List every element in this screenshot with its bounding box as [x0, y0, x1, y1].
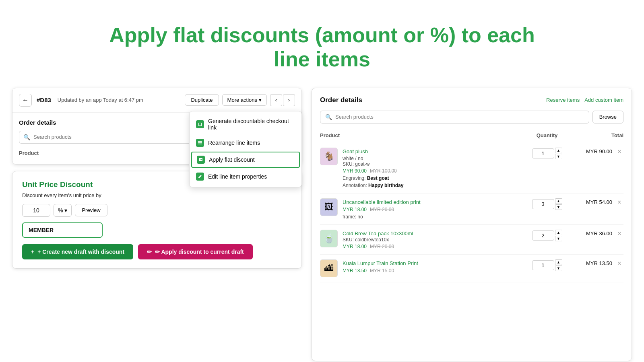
browse-button[interactable]: Browse	[592, 111, 623, 123]
qty-up-button[interactable]: ▲	[555, 259, 562, 265]
nav-prev-button[interactable]: ‹	[270, 94, 282, 106]
total-price: MYR 90.00	[586, 148, 612, 154]
product-details: Goat plush white / no SKU: goat-w MYR 90…	[343, 148, 519, 188]
right-header-actions: Reserve items Add custom item	[546, 97, 623, 103]
product-annotation-1: Engraving: Best goat	[343, 175, 519, 181]
discount-amount-input[interactable]	[22, 204, 50, 217]
discount-code-wrapper	[22, 222, 292, 244]
qty-input[interactable]	[532, 199, 554, 209]
right-search-input[interactable]	[335, 114, 584, 120]
nav-buttons: ‹ ›	[270, 94, 295, 106]
product-name-link[interactable]: Cold Brew Tea pack 10x300ml	[343, 230, 413, 237]
menu-item-apply-flat[interactable]: Apply flat discount	[191, 152, 300, 168]
page-title: Apply flat discounts (amount or %) to ea…	[40, 11, 604, 80]
svg-rect-1	[198, 142, 202, 143]
product-info: 🍵 Cold Brew Tea pack 10x300ml SKU: coldb…	[320, 230, 519, 249]
qty-arrows: ▲ ▼	[555, 230, 562, 241]
nav-next-button[interactable]: ›	[283, 94, 295, 106]
apply-flat-icon	[197, 156, 205, 164]
reserve-items-link[interactable]: Reserve items	[546, 97, 580, 103]
product-thumb: 🏙	[320, 259, 338, 277]
edit-props-icon	[196, 173, 204, 181]
table-header: Product Quantity Total	[320, 130, 623, 141]
duplicate-button[interactable]: Duplicate	[185, 94, 219, 106]
qty-down-button[interactable]: ▼	[555, 265, 562, 271]
generate-icon	[196, 120, 204, 128]
left-panel: ← #D83 Updated by an app Today at 6:47 p…	[12, 88, 302, 361]
preview-button[interactable]: Preview	[75, 204, 107, 216]
right-search-row: 🔍 Browse	[320, 111, 623, 123]
svg-rect-0	[198, 141, 202, 142]
rearrange-icon	[196, 139, 204, 147]
menu-item-generate-label: Generate discountable checkout link	[208, 118, 295, 131]
unit-select[interactable]: % ▾	[54, 204, 72, 217]
apply-discount-button[interactable]: ✏ ✏ Apply discount to current draft	[138, 244, 253, 259]
menu-item-edit-props[interactable]: Edit line item properties	[190, 169, 301, 185]
right-header: Order details Reserve items Add custom i…	[320, 96, 623, 104]
total-price: MYR 36.00	[586, 230, 612, 237]
back-button[interactable]: ←	[19, 94, 32, 107]
table-row: 🖼 Uncancellable limited edition print MY…	[320, 193, 623, 225]
qty-down-button[interactable]: ▼	[555, 236, 562, 241]
product-info: 🏙 Kuala Lumpur Train Station Print MYR 1…	[320, 259, 519, 277]
remove-button[interactable]: ×	[615, 198, 623, 206]
chevron-down-icon: ▾	[259, 97, 262, 103]
product-thumb: 🐐	[320, 148, 338, 165]
col-product: Product	[320, 132, 519, 138]
price-original: MYR 20.00	[370, 244, 394, 249]
qty-input[interactable]	[532, 230, 554, 241]
product-prices: MYR 18.00 MYR 20.00	[343, 207, 519, 212]
discount-code-input[interactable]	[22, 222, 103, 238]
remove-button[interactable]: ×	[615, 259, 623, 267]
product-sku: SKU: goat-w	[343, 161, 519, 167]
qty-up-button[interactable]: ▲	[555, 198, 562, 204]
search-icon: 🔍	[23, 134, 30, 140]
remove-button[interactable]: ×	[615, 148, 623, 156]
product-info: 🖼 Uncancellable limited edition print MY…	[320, 198, 519, 220]
menu-item-apply-flat-label: Apply flat discount	[209, 156, 255, 163]
qty-cell: ▲ ▼	[519, 148, 575, 159]
right-search-bar: 🔍	[320, 111, 589, 123]
qty-down-button[interactable]: ▼	[555, 154, 562, 159]
product-name-link[interactable]: Uncancellable limited edition print	[343, 199, 421, 205]
qty-cell: ▲ ▼	[519, 259, 575, 271]
qty-input[interactable]	[532, 260, 554, 270]
draft-meta: Updated by an app Today at 6:47 pm	[58, 97, 143, 103]
product-name-link[interactable]: Goat plush	[343, 148, 368, 154]
product-sku: SKU: coldbrewtea10x	[343, 237, 519, 243]
qty-cell: ▲ ▼	[519, 230, 575, 241]
product-name-link[interactable]: Kuala Lumpur Train Station Print	[343, 260, 418, 266]
menu-item-edit-props-label: Edit line item properties	[208, 173, 267, 180]
product-details: Uncancellable limited edition print MYR …	[343, 198, 519, 220]
qty-arrows: ▲ ▼	[555, 148, 562, 159]
qty-up-button[interactable]: ▲	[555, 230, 562, 235]
create-draft-button[interactable]: + + Create new draft with discount	[22, 244, 133, 259]
product-thumb: 🖼	[320, 198, 338, 216]
add-custom-item-link[interactable]: Add custom item	[584, 97, 623, 103]
total-cell: MYR 90.00 ×	[575, 148, 623, 156]
svg-rect-2	[198, 144, 202, 144]
qty-up-button[interactable]: ▲	[555, 148, 562, 153]
right-title: Order details	[320, 96, 362, 104]
menu-item-rearrange[interactable]: Rearrange line items	[190, 135, 301, 151]
price-original: MYR 15.00	[370, 268, 394, 274]
qty-down-button[interactable]: ▼	[555, 204, 562, 210]
header-actions: Duplicate More actions ▾ ‹ ›	[185, 94, 295, 106]
total-cell: MYR 13.50 ×	[575, 259, 623, 267]
order-card-header: ← #D83 Updated by an app Today at 6:47 p…	[12, 88, 301, 113]
qty-input[interactable]	[532, 148, 554, 158]
page-title-block: Apply flat discounts (amount or %) to ea…	[0, 0, 644, 84]
discount-subtitle: Discount every item's unit price by	[22, 192, 292, 198]
right-panel: Order details Reserve items Add custom i…	[312, 88, 632, 361]
product-details: Kuala Lumpur Train Station Print MYR 13.…	[343, 259, 519, 274]
price-current: MYR 18.00	[343, 207, 367, 212]
total-cell: MYR 54.00 ×	[575, 198, 623, 206]
menu-item-rearrange-label: Rearrange line items	[208, 140, 260, 146]
price-original: MYR 100.00	[370, 168, 397, 174]
more-actions-button[interactable]: More actions ▾	[222, 94, 267, 106]
menu-item-generate[interactable]: Generate discountable checkout link	[190, 114, 301, 135]
product-prices: MYR 90.00 MYR 100.00	[343, 168, 519, 174]
pencil-icon: ✏	[147, 249, 152, 255]
search-icon: 🔍	[325, 114, 332, 120]
remove-button[interactable]: ×	[615, 230, 623, 238]
